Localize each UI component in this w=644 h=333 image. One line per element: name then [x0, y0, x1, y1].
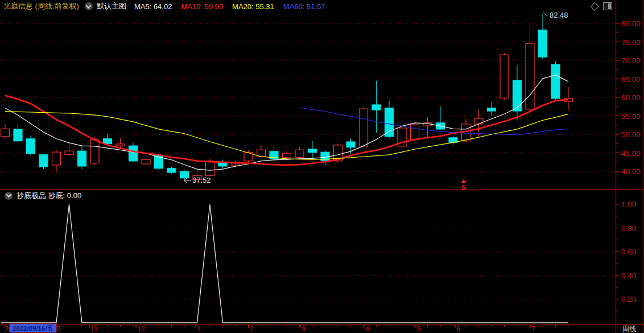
candle-down — [539, 30, 547, 57]
month-label: 3 — [302, 325, 306, 333]
indicator-axis-label: 0.40 — [621, 272, 636, 280]
candle-down — [513, 80, 522, 111]
sell-marker-arrow — [461, 179, 467, 183]
indicator-axis-label: 0.80 — [621, 224, 636, 233]
candle-down — [551, 64, 560, 98]
month-label: 12 — [137, 325, 145, 333]
candle-down — [308, 149, 317, 153]
candle-up — [295, 150, 304, 157]
candle-up — [1, 129, 10, 137]
candle-up — [90, 139, 99, 163]
price-axis-label: 50.00 — [621, 130, 641, 139]
price-axis-label: 40.00 — [621, 167, 641, 176]
ma-value-label: MA20: 55.31 — [232, 2, 274, 11]
selected-date-label: 2022/09/16/五 — [13, 325, 54, 332]
candle-up — [283, 154, 291, 158]
month-label: 4 — [365, 325, 369, 333]
indicator-axis-label: 0.20 — [621, 295, 636, 303]
candle-down — [27, 139, 35, 154]
month-label-partial: 0 — [56, 325, 60, 333]
month-label: 1 — [197, 325, 201, 333]
price-axis-label: 80.00 — [621, 19, 641, 28]
ma-legend: MA5: 64.02MA10: 59.90MA20: 55.31MA60: 51… — [134, 2, 335, 11]
price-axis-label: 55.00 — [621, 112, 641, 121]
price-axis-label: 70.00 — [621, 56, 641, 65]
candle-up — [142, 159, 150, 164]
candle-down — [129, 146, 138, 161]
candle-down — [385, 108, 394, 137]
candle-up — [65, 151, 73, 155]
candle-down — [78, 151, 86, 166]
price-axis-label: 45.00 — [621, 149, 641, 158]
indicator-line — [1, 204, 568, 323]
candle-down — [39, 155, 48, 167]
chart-canvas[interactable]: 80.0075.0070.0065.0060.0055.0050.0045.00… — [0, 0, 644, 333]
candle-down — [14, 129, 22, 141]
candle-down — [346, 142, 355, 147]
candle-up — [500, 55, 509, 98]
ma-value-label: MA5: 64.02 — [134, 2, 172, 11]
indicator-axis-label: 1.00 — [621, 200, 636, 209]
month-label: 7 — [531, 325, 535, 333]
symbol-title[interactable]: 光庭信息 (周线.前复权) — [3, 1, 79, 11]
month-label: 6 — [456, 325, 460, 333]
period-label: 周线 — [622, 325, 637, 333]
low-annotation: 37.52 — [192, 176, 211, 184]
chevron-down-icon[interactable] — [85, 2, 93, 10]
indicator-axis-label: 0.60 — [621, 248, 636, 256]
price-axis-label: 75.00 — [621, 38, 641, 47]
candle-up — [116, 144, 125, 146]
candle-down — [167, 168, 176, 172]
price-axis-label: 60.00 — [621, 93, 641, 102]
split-window-icon[interactable] — [603, 2, 612, 10]
ma-value-label: MA10: 59.90 — [181, 2, 223, 11]
ma-value-label: MA60: 51.57 — [283, 2, 325, 11]
candle-up — [526, 43, 534, 109]
indicator-header: 抄底极品 抄底: 0.00 — [0, 191, 81, 200]
candle-up — [411, 125, 419, 139]
candle-up — [52, 152, 61, 165]
header-icons — [592, 2, 612, 10]
candle-up — [360, 109, 368, 146]
candle-down — [488, 108, 496, 111]
candle-up — [206, 161, 214, 175]
candle-down — [180, 171, 189, 178]
main-chart-header: 光庭信息 (周线.前复权) 默认主图 MA5: 64.02MA10: 59.90… — [0, 0, 644, 13]
price-axis-label: 65.00 — [621, 75, 641, 84]
candle-down — [372, 105, 381, 110]
stock-chart-window: 80.0075.0070.0065.0060.0055.0050.0045.00… — [0, 0, 644, 333]
candle-down — [104, 139, 112, 143]
chevron-down-icon[interactable] — [5, 192, 13, 200]
diamond-icon[interactable] — [591, 2, 600, 11]
month-label: 2 — [250, 325, 254, 333]
high-annotation-pointer — [543, 13, 547, 16]
sell-marker: S — [461, 184, 465, 191]
month-label: 5 — [417, 325, 421, 333]
indicator-label[interactable]: 抄底极品 抄底: 0.00 — [16, 191, 81, 201]
candle-up — [474, 118, 483, 124]
month-label: 11 — [90, 325, 98, 333]
main-chart-type-label[interactable]: 默认主图 — [97, 1, 126, 11]
